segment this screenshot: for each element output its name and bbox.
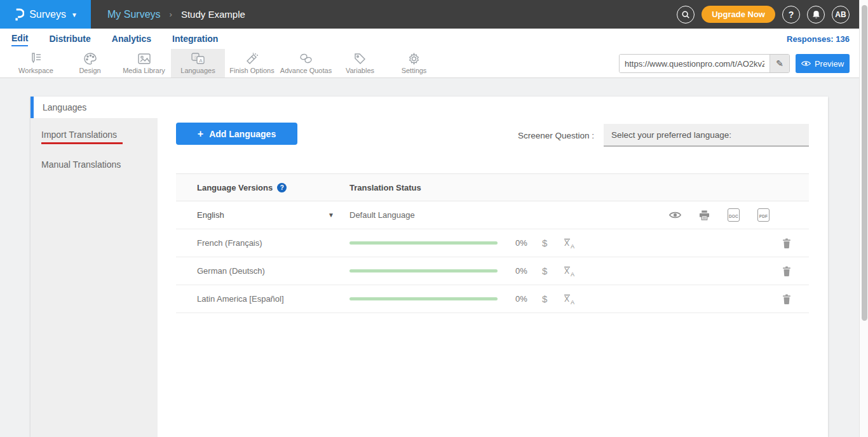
- paid-translation-icon[interactable]: $: [542, 238, 547, 248]
- notifications-button[interactable]: [807, 6, 825, 24]
- brand-label: Surveys: [29, 9, 66, 20]
- toolbar-item-design[interactable]: Design: [63, 49, 117, 77]
- breadcrumb-my-surveys[interactable]: My Surveys: [107, 9, 161, 20]
- view-survey-icon[interactable]: [669, 211, 681, 219]
- default-language-select[interactable]: English: [197, 210, 224, 220]
- page-scrollbar[interactable]: [859, 0, 868, 437]
- svg-text:A: A: [571, 271, 574, 276]
- translation-percent: 0%: [515, 266, 531, 276]
- tab-edit[interactable]: Edit: [11, 32, 28, 46]
- sidebar-item-import-translations[interactable]: Import Translations: [31, 130, 158, 144]
- svg-text:☆: ☆: [194, 55, 198, 60]
- breadcrumb-separator: ›: [170, 10, 172, 19]
- breadcrumb-current: Study Example: [181, 9, 245, 20]
- table-row-default-language: English ▼ Default Language DOC PDF: [176, 201, 809, 229]
- image-icon: [138, 52, 151, 65]
- questionpro-logo-icon: [13, 8, 24, 22]
- print-icon[interactable]: [699, 210, 710, 220]
- table-header-row: Language Versions ? Translation Status: [176, 173, 809, 201]
- toolbar-item-media-library[interactable]: Media Library: [117, 49, 171, 77]
- add-languages-button[interactable]: + Add Languages: [176, 123, 297, 145]
- eye-icon: [801, 60, 811, 67]
- search-icon: [681, 10, 690, 19]
- chevron-down-icon[interactable]: ▼: [328, 212, 334, 218]
- red-underline-marker: [41, 142, 123, 144]
- languages-content: + Add Languages Screener Question : Sele…: [158, 97, 828, 437]
- workspace-icon: [30, 52, 43, 65]
- help-button[interactable]: ?: [782, 6, 800, 24]
- toolbar-item-advance-quotas[interactable]: Advance Quotas: [279, 49, 333, 77]
- translation-status-header: Translation Status: [349, 183, 421, 192]
- paid-translation-icon[interactable]: $: [542, 293, 547, 304]
- translation-progress-bar: [349, 297, 498, 300]
- tag-icon: [354, 52, 366, 65]
- toolbar-item-languages[interactable]: ☆A Languages: [171, 49, 225, 77]
- export-pdf-icon[interactable]: PDF: [757, 208, 770, 222]
- tab-analytics[interactable]: Analytics: [112, 32, 151, 46]
- scrollbar-thumb[interactable]: [862, 5, 867, 321]
- table-row-language: Latin America [Español] 0% $ XA: [176, 285, 809, 313]
- search-button[interactable]: [677, 6, 695, 24]
- svg-text:X: X: [564, 295, 569, 304]
- sidebar-item-languages[interactable]: Languages: [31, 97, 158, 118]
- survey-url-input[interactable]: [620, 55, 770, 72]
- chevron-down-icon: ▼: [71, 11, 78, 18]
- translation-progress-bar: [349, 269, 498, 272]
- translation-percent: 0%: [515, 238, 531, 248]
- paid-translation-icon[interactable]: $: [542, 266, 547, 276]
- app-logo-button[interactable]: Surveys ▼: [0, 0, 91, 29]
- toolbar-item-settings[interactable]: Settings: [387, 49, 441, 77]
- languages-sidebar: Languages Import Translations Manual Tra…: [31, 97, 158, 437]
- auto-translate-icon[interactable]: XA: [564, 294, 576, 304]
- navbar-actions: Upgrade Now ? AB: [677, 0, 850, 29]
- table-row-language: German (Deutsch) 0% $ XA: [176, 257, 809, 285]
- default-language-status: Default Language: [349, 210, 415, 220]
- language-versions-header: Language Versions: [197, 183, 273, 192]
- bell-icon: [812, 10, 820, 19]
- auto-translate-icon[interactable]: XA: [564, 266, 576, 276]
- tab-integration[interactable]: Integration: [172, 32, 218, 46]
- top-navbar: Surveys ▼ My Surveys › Study Example Upg…: [0, 0, 868, 29]
- delete-language-icon[interactable]: [782, 294, 791, 304]
- help-tooltip-icon[interactable]: ?: [277, 183, 287, 192]
- tab-distribute[interactable]: Distribute: [49, 32, 90, 46]
- edit-url-button[interactable]: ✎: [770, 55, 789, 72]
- plus-icon: +: [198, 128, 203, 140]
- section-tabs: Edit Distribute Analytics Integration Re…: [0, 29, 868, 49]
- avatar[interactable]: AB: [832, 6, 850, 24]
- responses-count[interactable]: Responses: 136: [787, 34, 850, 44]
- svg-text:X: X: [564, 239, 569, 248]
- breadcrumb: My Surveys › Study Example: [107, 9, 245, 20]
- svg-text:A: A: [571, 299, 574, 304]
- toolbar-item-workspace[interactable]: Workspace: [9, 49, 63, 77]
- screener-question-value[interactable]: Select your preferred language:: [604, 124, 809, 147]
- screener-question-label: Screener Question :: [518, 131, 594, 140]
- toolbar-item-finish-options[interactable]: Finish Options: [225, 49, 279, 77]
- pencil-icon: ✎: [776, 58, 783, 69]
- screener-question: Screener Question : Select your preferre…: [518, 124, 809, 147]
- languages-panel: Languages Import Translations Manual Tra…: [31, 97, 828, 437]
- delete-language-icon[interactable]: [782, 266, 791, 276]
- translation-progress-bar: [349, 241, 498, 245]
- svg-text:X: X: [564, 267, 569, 276]
- export-doc-icon[interactable]: DOC: [728, 208, 740, 222]
- svg-text:A: A: [199, 58, 203, 64]
- svg-text:A: A: [571, 243, 574, 248]
- upgrade-now-button[interactable]: Upgrade Now: [702, 6, 775, 23]
- survey-url-group: ✎: [619, 54, 790, 73]
- language-versions-table: Language Versions ? Translation Status E…: [176, 173, 809, 313]
- chain-links-icon: [299, 52, 313, 65]
- delete-language-icon[interactable]: [782, 238, 791, 248]
- preview-button[interactable]: Preview: [796, 54, 850, 73]
- table-row-language: French (Français) 0% $ XA: [176, 229, 809, 257]
- gear-icon: [408, 52, 420, 65]
- palette-icon: [84, 52, 97, 65]
- translate-squares-icon: ☆A: [191, 52, 205, 65]
- sidebar-item-manual-translations[interactable]: Manual Translations: [31, 159, 158, 170]
- translation-percent: 0%: [515, 294, 531, 304]
- auto-translate-icon[interactable]: XA: [564, 238, 576, 248]
- edit-toolbar: Workspace Design Media Library ☆A Langua…: [0, 49, 868, 78]
- magic-wand-icon: [246, 52, 258, 65]
- toolbar-item-variables[interactable]: Variables: [333, 49, 387, 77]
